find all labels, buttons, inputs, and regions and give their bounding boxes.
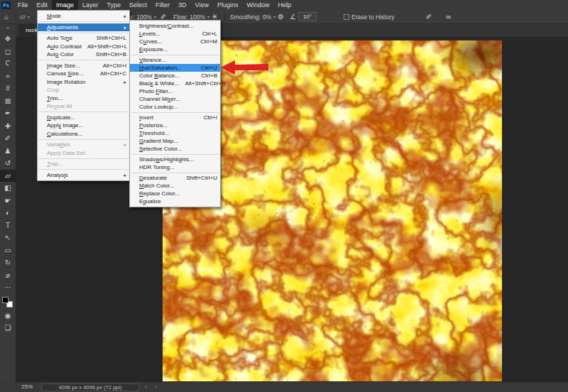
gradient-tool[interactable]: ◧ [0,182,16,195]
menu-item-canvas-size[interactable]: Canvas Size...Alt+Ctrl+C [38,70,129,78]
menu-item-shadows-highlights[interactable]: Shadows/Highlights... [130,156,220,163]
menu-item-desaturate[interactable]: DesaturateShift+Ctrl+U [130,174,220,182]
menu-item-invert[interactable]: InvertCtrl+I [130,114,220,121]
photoshop-window: Ps FileEditImageLayerTypeSelectFilter3DV… [0,0,568,392]
history-brush-tool[interactable]: ↺ [0,157,16,170]
menu-item-image-size[interactable]: Image Size...Alt+Ctrl+I [38,62,129,70]
path-select-tool[interactable]: ↖ [0,232,16,244]
menu-item-duplicate[interactable]: Duplicate... [38,114,129,122]
symmetry-icon[interactable]: ∞ [446,13,451,21]
menu-item-shortcut: Shift+Ctrl+L [91,34,126,43]
pen-pressure-icon[interactable]: ✐ [426,13,432,21]
menu-separator [131,173,219,173]
edit-toolbar[interactable]: ⋯ [0,281,16,294]
menu-item-mode[interactable]: Mode▸ [38,12,129,21]
smudge-tool[interactable]: ☛ [0,195,16,207]
menu-item-image-rotation[interactable]: Image Rotation▸ [38,78,129,87]
lasso-tool[interactable]: Ϛ [0,58,16,70]
flow-value[interactable]: 100% [190,13,205,21]
zoom-level[interactable]: 25% [21,382,33,392]
menu-item-hue-saturation[interactable]: Hue/Saturation...Ctrl+U [130,64,220,72]
menu-item-curves[interactable]: Curves...Ctrl+M [130,38,220,45]
healing-brush-tool[interactable]: ✚ [0,120,16,133]
menubar-item-view[interactable]: View [191,0,213,10]
quick-mask-button[interactable]: ◉ [0,310,16,322]
menu-item-calculations[interactable]: Calculations... [38,130,129,138]
move-tool[interactable]: ✥ [0,33,16,45]
foreground-color-swatch[interactable] [2,297,9,303]
clone-stamp-tool[interactable]: ♟ [0,145,16,158]
smoothing-value[interactable]: 0% [263,13,271,21]
menu-item-photo-filter[interactable]: Photo Filter... [130,87,220,95]
status-chevron-icon[interactable]: › [145,382,147,392]
menu-item-levels[interactable]: Levels...Ctrl+L [130,30,220,38]
menu-separator [38,21,129,22]
menubar-item-type[interactable]: Type [103,0,126,10]
opacity-value[interactable]: 100% [136,13,152,21]
menu-item-vibrance[interactable]: Vibrance... [130,56,220,64]
document-size-field: 4096 px x 4096 px (72 ppi) [41,383,139,391]
menu-item-posterize[interactable]: Posterize... [130,121,220,129]
home-icon[interactable]: ⌂ [4,13,9,21]
shape-tool[interactable]: ▭ [0,244,16,257]
menu-item-auto-color[interactable]: Auto ColorShift+Ctrl+B [38,50,129,59]
menu-item-auto-contrast[interactable]: Auto ContrastAlt+Shift+Ctrl+L [38,43,129,51]
menubar-item-select[interactable]: Select [125,0,151,10]
eraser-tool[interactable]: ▱ [0,170,16,183]
tool-preset-picker[interactable]: ▱ ▾ [20,10,30,23]
menu-item-shortcut: Shift+Ctrl+B [90,50,126,59]
submenu-arrow-icon: ▸ [121,141,126,149]
erase-to-history-option[interactable]: Erase to History [344,10,394,23]
erase-to-history-checkbox[interactable] [344,14,349,20]
dodge-tool[interactable]: ◐ [0,207,16,219]
menu-item-exposure[interactable]: Exposure... [130,45,220,53]
menubar-item-image[interactable]: Image [52,0,78,10]
menubar-item-window[interactable]: Window [243,0,274,10]
gear-icon[interactable]: ⚙ [278,13,284,21]
menu-item-match-color[interactable]: Match Color... [130,182,220,190]
menu-item-label: Match Color... [139,182,174,190]
menubar-item-help[interactable]: Help [274,0,296,10]
toolbar-collapse-icon[interactable]: » [0,24,16,33]
magic-wand-tool[interactable]: ✧ [0,70,16,83]
screen-mode-button[interactable]: ❏ [0,322,16,334]
menubar-item-file[interactable]: File [13,0,33,10]
zoom-tool[interactable]: ⌀ [0,269,16,282]
color-swatches[interactable] [0,295,16,310]
menu-item-gradient-map[interactable]: Gradient Map... [130,137,220,145]
crop-tool[interactable]: # [0,82,16,95]
menu-item-hdr-toning[interactable]: HDR Toning... [130,163,220,171]
menu-item-channel-mixer[interactable]: Channel Mixer... [130,95,220,103]
angle-input[interactable]: 10° [298,12,317,21]
menu-item-replace-color[interactable]: Replace Color... [130,190,220,197]
angle-icon: ∠ [290,13,296,21]
menu-item-color-balance[interactable]: Color Balance...Ctrl+B [130,72,220,80]
menu-item-threshold[interactable]: Threshold... [130,129,220,137]
menu-item-adjustments[interactable]: Adjustments▸ [38,23,129,32]
scroll-left-icon[interactable]: ‹ [155,382,157,392]
rotate-view-tool[interactable]: ↻ [0,256,16,269]
menubar-item-plugins[interactable]: Plugins [213,0,243,10]
menu-item-trim[interactable]: Trim... [38,94,129,103]
menu-item-black-white[interactable]: Black & White...Alt+Shift+Ctrl+B [130,80,220,87]
menu-item-selective-color[interactable]: Selective Color... [130,145,220,153]
menubar-item-3d[interactable]: 3D [174,0,191,10]
menubar-item-layer[interactable]: Layer [78,0,103,10]
frame-tool[interactable]: ⊠ [0,95,16,108]
menu-item-brightness-contrast[interactable]: Brightness/Contrast... [130,22,220,30]
brush-angle-control[interactable]: ∠ 10° [290,10,317,23]
marquee-tool[interactable]: ◻ [0,45,16,58]
menu-item-apply-image[interactable]: Apply Image... [38,121,129,130]
type-tool[interactable]: T [0,219,16,232]
menubar-item-filter[interactable]: Filter [151,0,174,10]
chevron-down-icon: ▾ [28,14,30,19]
smoothing-control[interactable]: Smoothing: 0% ▾ [230,10,275,23]
eyedropper-tool[interactable]: ✒ [0,107,16,120]
menu-separator [131,55,219,55]
menu-item-equalize[interactable]: Equalize [130,197,220,205]
menu-item-analysis[interactable]: Analysis▸ [38,171,129,180]
menubar-item-edit[interactable]: Edit [33,0,53,10]
menu-item-auto-tone[interactable]: Auto ToneShift+Ctrl+L [38,34,129,43]
menu-item-color-lookup[interactable]: Color Lookup... [130,103,220,111]
brush-tool[interactable]: ✐ [0,132,16,145]
